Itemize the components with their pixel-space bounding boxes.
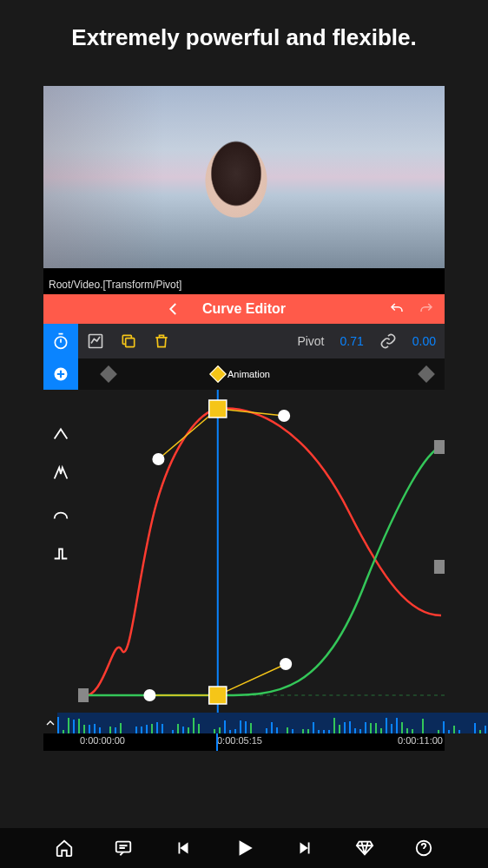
timeline-labels: 0:00:00:00 0:00:05:15 0:00:11:00: [43, 733, 445, 751]
home-button[interactable]: [55, 838, 74, 858]
param-value[interactable]: 0.71: [340, 334, 364, 348]
redo-icon: [419, 301, 434, 317]
headline: Extremely powerful and flexible.: [0, 0, 488, 86]
curve-area: [43, 390, 445, 713]
svg-rect-10: [116, 842, 131, 852]
handle-point[interactable]: [152, 453, 164, 465]
curve-toolbar: Pivot 0.71 0.00: [43, 324, 445, 358]
play-icon: [233, 837, 255, 859]
graph-icon: [87, 332, 104, 350]
keyframe-marker[interactable]: [418, 365, 435, 383]
timeline-toggle[interactable]: [43, 713, 57, 733]
home-icon: [55, 838, 74, 858]
help-button[interactable]: [414, 838, 433, 858]
keyframe-marker-active[interactable]: [209, 365, 227, 383]
svg-point-0: [55, 337, 66, 348]
video-preview[interactable]: [43, 86, 445, 268]
keyframe-row: Animation: [43, 358, 445, 390]
timeline-strip: /*ticks rendered below via inline*/: [43, 713, 445, 733]
time-label: 0:00:05:15: [217, 735, 262, 746]
copy-button[interactable]: [120, 332, 137, 350]
step-back-icon: [174, 838, 193, 858]
copy-icon: [120, 332, 137, 350]
step-forward-icon: [295, 838, 314, 858]
chevron-up-icon: [43, 716, 57, 730]
bottom-bar: [0, 828, 488, 868]
handle-point[interactable]: [278, 410, 290, 422]
help-icon: [414, 838, 433, 858]
breadcrumb: Root/Video.[Transform/Pivot]: [43, 275, 445, 294]
app-frame: Root/Video.[Transform/Pivot] Curve Edito…: [43, 86, 445, 751]
step-mode-button[interactable]: [51, 544, 70, 563]
next-frame-button[interactable]: [295, 838, 314, 858]
curve-green[interactable]: [82, 447, 441, 695]
bezier-mode-button[interactable]: [51, 504, 70, 523]
svg-rect-2: [126, 339, 135, 347]
timeline-body[interactable]: /*ticks rendered below via inline*/: [57, 713, 488, 733]
svg-rect-1: [89, 335, 102, 348]
keyframe-label: Animation: [228, 369, 270, 379]
keyframe-node-end[interactable]: [78, 688, 89, 702]
redo-button[interactable]: [419, 301, 434, 317]
curve-canvas[interactable]: [78, 390, 445, 713]
svg-line-7: [218, 409, 284, 416]
keyframe-node-end[interactable]: [434, 560, 445, 574]
linear-mode-button[interactable]: [51, 424, 70, 444]
add-keyframe-button[interactable]: [43, 358, 78, 390]
play-button[interactable]: [233, 837, 255, 859]
trash-icon: [153, 332, 170, 350]
timer-tab[interactable]: [43, 324, 78, 358]
sharp-icon: [51, 464, 70, 483]
keyframe-node[interactable]: [209, 400, 227, 418]
handle-point[interactable]: [143, 689, 155, 701]
prev-frame-button[interactable]: [174, 838, 193, 858]
linked-value[interactable]: 0.00: [412, 334, 436, 348]
curve-red[interactable]: [82, 409, 441, 696]
playhead-indicator[interactable]: [216, 733, 218, 751]
undo-icon: [389, 301, 405, 317]
arrow-left-icon: [166, 301, 181, 317]
step-icon: [51, 544, 70, 563]
comment-icon: [114, 838, 133, 858]
link-button[interactable]: [379, 332, 397, 350]
stopwatch-icon: [52, 332, 69, 350]
handle-point[interactable]: [280, 658, 292, 670]
titlebar: Curve Editor: [43, 294, 445, 324]
param-label: Pivot: [297, 334, 324, 348]
undo-button[interactable]: [389, 301, 405, 317]
premium-button[interactable]: [355, 838, 374, 858]
sharp-mode-button[interactable]: [51, 464, 70, 483]
comment-button[interactable]: [114, 838, 133, 858]
keyframe-marker[interactable]: [100, 365, 117, 383]
link-icon: [379, 332, 397, 350]
keyframe-node[interactable]: [209, 687, 227, 704]
time-label: 0:00:00:00: [80, 735, 125, 746]
time-label: 0:00:11:00: [398, 735, 443, 746]
graph-button[interactable]: [87, 332, 104, 350]
delete-button[interactable]: [153, 332, 170, 350]
panel-title: Curve Editor: [202, 301, 286, 317]
bezier-icon: [51, 504, 70, 523]
plus-circle-icon: [52, 365, 69, 383]
diamond-icon: [355, 838, 374, 858]
linear-icon: [51, 424, 70, 444]
back-button[interactable]: [166, 301, 181, 317]
keyframe-node-end[interactable]: [434, 440, 445, 454]
interpolation-modes: [43, 390, 78, 713]
